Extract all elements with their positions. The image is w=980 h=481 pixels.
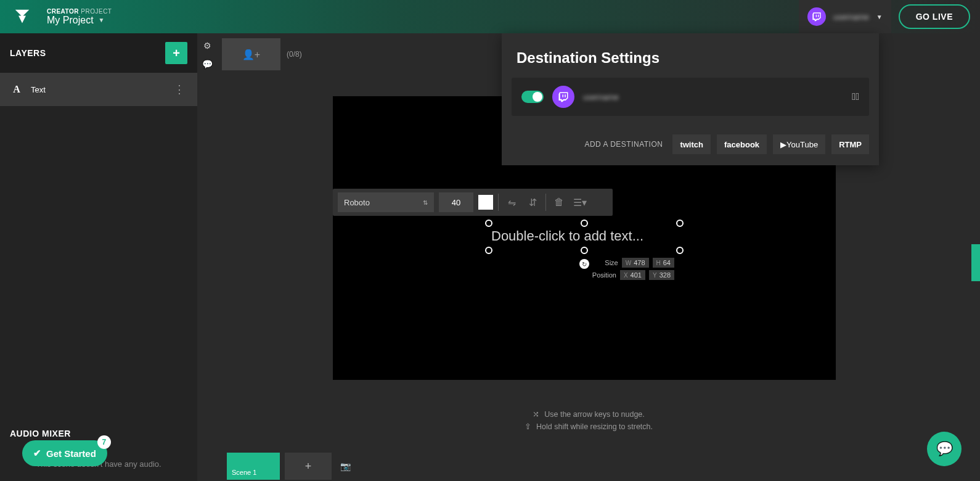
camera-icon[interactable]: 📷: [340, 461, 351, 471]
flip-horizontal-icon[interactable]: ⇋: [504, 194, 520, 210]
participant-count: (0/8): [287, 50, 302, 59]
text-icon: A: [10, 83, 23, 96]
element-info: Size W478 H64 Position X401 Y328: [592, 258, 674, 282]
app-logo[interactable]: [10, 4, 35, 29]
help-chat-button[interactable]: 💬: [927, 432, 962, 466]
resize-handle[interactable]: [676, 220, 684, 227]
add-participant-icon: 👤+: [242, 49, 260, 60]
scene-bar: Scene 1 + 📷: [227, 451, 351, 481]
text-placeholder[interactable]: Double-click to add text...: [491, 228, 643, 244]
text-color-swatch[interactable]: [478, 195, 493, 210]
size-w: 478: [634, 259, 645, 266]
username[interactable]: username: [833, 12, 869, 22]
right-drawer-tab[interactable]: [971, 244, 980, 281]
text-toolbar: Roboto ⇅ ⇋ ⇵ 🗑 ☰▾: [333, 189, 613, 216]
position-label: Position: [592, 271, 616, 279]
add-rtmp-button[interactable]: RTMP: [831, 134, 869, 154]
layers-title: LAYERS: [10, 48, 46, 58]
arrows-icon: ⤭: [533, 408, 539, 421]
layer-label: Text: [31, 85, 46, 94]
destination-row: username ✎⃞: [512, 78, 869, 116]
layer-item-text[interactable]: A Text ⋮: [0, 73, 197, 106]
settings-icon[interactable]: ⚙: [200, 38, 214, 53]
get-started-button[interactable]: ✔ Get Started: [22, 440, 107, 466]
topbar: CREATOR PROJECT My Project ▼ username ▼ …: [0, 0, 980, 33]
rotate-handle[interactable]: ↻: [579, 259, 589, 269]
check-icon: ✔: [33, 448, 41, 459]
delete-icon[interactable]: 🗑: [551, 194, 567, 210]
edit-destination-icon[interactable]: ✎⃞: [852, 91, 859, 102]
pos-x: 401: [631, 271, 642, 279]
twitch-icon: [552, 86, 574, 108]
resize-handle[interactable]: [581, 247, 588, 254]
destination-settings-title: Destination Settings: [517, 49, 864, 67]
size-label: Size: [605, 259, 618, 266]
resize-handle[interactable]: [676, 247, 684, 254]
creator-project-label: CREATOR PROJECT: [47, 8, 112, 15]
project-selector[interactable]: CREATOR PROJECT My Project ▼: [47, 8, 112, 26]
add-destination-label: ADD A DESTINATION: [584, 140, 663, 149]
twitch-avatar-icon[interactable]: [807, 7, 826, 26]
get-started-badge: 7: [97, 435, 111, 449]
resize-handle[interactable]: [485, 220, 492, 227]
destination-toggle[interactable]: [521, 91, 544, 103]
canvas-hints: ⤭Use the arrow keys to nudge. ⇧Hold shif…: [525, 408, 653, 433]
scene-tab[interactable]: Scene 1: [227, 453, 280, 480]
user-dropdown-icon[interactable]: ▼: [876, 14, 883, 20]
add-youtube-button[interactable]: ▶ YouTube: [773, 134, 825, 154]
select-arrows-icon: ⇅: [423, 199, 428, 206]
size-h: 64: [663, 259, 671, 266]
left-panel: LAYERS + A Text ⋮ AUDIO MIXER This scene…: [0, 33, 197, 481]
flip-vertical-icon[interactable]: ⇵: [525, 194, 541, 210]
pos-y: 328: [659, 271, 671, 279]
layer-menu-icon[interactable]: ⋮: [171, 80, 187, 99]
chevron-down-icon: ▼: [99, 17, 105, 23]
resize-handle[interactable]: [581, 220, 588, 227]
shift-key-icon: ⇧: [525, 421, 531, 433]
center-area: ⚙ 💬 👤+ (0/8) Roboto ⇅ ⇋ ⇵ 🗑 ☰▾ Double-cl…: [197, 33, 980, 481]
font-size-input[interactable]: [439, 192, 473, 212]
add-twitch-button[interactable]: twitch: [672, 134, 711, 154]
font-select[interactable]: Roboto ⇅: [338, 192, 434, 212]
go-live-button[interactable]: GO LIVE: [899, 4, 970, 29]
add-scene-button[interactable]: +: [285, 453, 332, 480]
chat-icon[interactable]: 💬: [200, 57, 214, 72]
add-facebook-button[interactable]: facebook: [717, 134, 767, 154]
add-layer-button[interactable]: +: [165, 42, 187, 64]
destination-settings-panel: Destination Settings username ✎⃞ ADD A D…: [502, 33, 879, 165]
more-options-icon[interactable]: ☰▾: [572, 194, 588, 210]
text-element-selection[interactable]: Double-click to add text... ↻: [489, 223, 680, 250]
destination-account: username: [583, 92, 619, 102]
project-name[interactable]: My Project ▼: [47, 15, 112, 26]
resize-handle[interactable]: [485, 247, 492, 254]
participant-thumb[interactable]: 👤+: [222, 38, 280, 70]
